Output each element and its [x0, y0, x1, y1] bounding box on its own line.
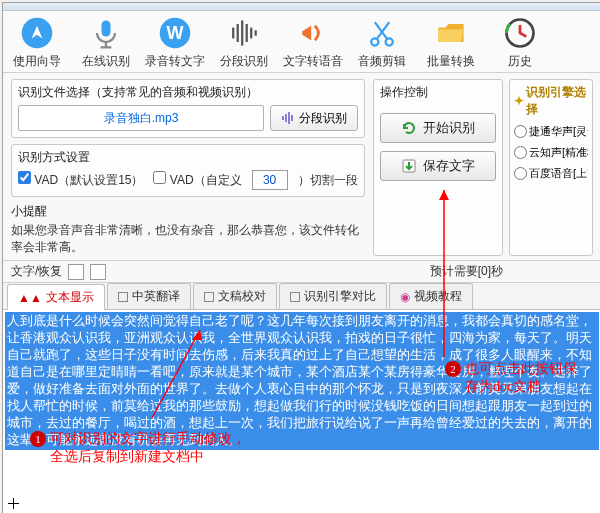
- toolbar-nav[interactable]: 使用向导: [9, 15, 64, 70]
- window-titlebar: [3, 3, 600, 11]
- clock-icon: [502, 15, 538, 51]
- tab-text-display[interactable]: ▲▲文本显示: [7, 284, 105, 310]
- toolbar-history[interactable]: 历史: [492, 15, 547, 70]
- mode-panel: 识别方式设置 VAD（默认设置15） VAD（自定义 ）切割一段: [11, 144, 365, 197]
- svg-text:W: W: [166, 23, 183, 43]
- nav-icon: [19, 15, 55, 51]
- toolbar-segment[interactable]: 分段识别: [216, 15, 271, 70]
- toolbar-online[interactable]: 在线识别: [78, 15, 133, 70]
- folder-icon: [433, 15, 469, 51]
- svg-rect-1: [101, 20, 110, 36]
- megaphone-icon: [295, 15, 331, 51]
- toolbar-label: 文字转语音: [283, 53, 343, 70]
- vad-custom-value[interactable]: [252, 170, 288, 190]
- control-panel-title: 操作控制: [380, 84, 496, 101]
- cursor-crosshair: [8, 498, 19, 509]
- tab-video-tutorial[interactable]: ◉视频教程: [389, 283, 473, 309]
- engine-opt-1[interactable]: 云知声[精准稳定: [514, 145, 588, 160]
- toolbar-audioedit[interactable]: 音频剪辑: [354, 15, 409, 70]
- toolbar-label: 音频剪辑: [358, 53, 406, 70]
- tip-title: 小提醒: [11, 203, 365, 220]
- main-toolbar: 使用向导 在线识别 W 录音转文字 分段识别 文字转语音 音频剪辑 批量转换 历: [3, 11, 600, 73]
- file-select-panel: 识别文件选择（支持常见的音频和视频识别） 录音独白.mp3 分段识别: [11, 79, 365, 138]
- save-icon: [401, 158, 417, 174]
- tab-proofread[interactable]: 文稿校对: [193, 283, 277, 309]
- waveform-small-icon: [281, 111, 295, 125]
- toolbar-label: 批量转换: [427, 53, 475, 70]
- segment-button-label: 分段识别: [299, 110, 347, 127]
- toolbar-label: 在线识别: [82, 53, 130, 70]
- tab-engine-compare[interactable]: 识别引擎对比: [279, 283, 387, 309]
- file-panel-title: 识别文件选择（支持常见的音频和视频识别）: [18, 84, 358, 101]
- status-left-label: 文字/恢复: [11, 263, 62, 280]
- tab-translate[interactable]: 中英翻译: [107, 283, 191, 309]
- engine-title: ✦识别引擎选择: [514, 84, 588, 118]
- engine-opt-2[interactable]: 百度语音[上市集: [514, 166, 588, 181]
- tip-panel: 小提醒 如果您录音声音非常清晰，也没有杂音，那么恭喜您，该文件转化率会非常高。: [11, 203, 365, 256]
- tab-strip: ▲▲文本显示 中英翻译 文稿校对 识别引擎对比 ◉视频教程: [3, 283, 600, 310]
- status-right: 预计需要[0]秒: [430, 263, 503, 280]
- engine-panel: ✦识别引擎选择 捷通华声[灵云识 云知声[精准稳定 百度语音[上市集: [509, 79, 593, 256]
- vad-default-checkbox[interactable]: VAD（默认设置15）: [18, 171, 143, 189]
- engine-opt-0[interactable]: 捷通华声[灵云识: [514, 124, 588, 139]
- toolbar-label: 分段识别: [220, 53, 268, 70]
- text-content-area[interactable]: 人到底是什么时候会突然间觉得自己老了呢？这几年每次接到朋友离开的消息，我都会真切…: [3, 310, 600, 513]
- toolbar-rec2text[interactable]: W 录音转文字: [147, 15, 202, 70]
- status-row: 文字/恢复 预计需要[0]秒: [3, 261, 600, 283]
- selected-file[interactable]: 录音独白.mp3: [18, 105, 264, 131]
- control-panel: 操作控制 开始识别 保存文字: [373, 79, 503, 256]
- toolbar-text2voice[interactable]: 文字转语音: [285, 15, 340, 70]
- save-label: 保存文字: [423, 157, 475, 175]
- word-icon: W: [157, 15, 193, 51]
- toolbar-batch[interactable]: 批量转换: [423, 15, 478, 70]
- toolbar-label: 使用向导: [13, 53, 61, 70]
- undo-button[interactable]: [68, 264, 84, 280]
- save-text-button[interactable]: 保存文字: [380, 151, 496, 181]
- toolbar-label: 历史: [508, 53, 532, 70]
- refresh-icon: [401, 120, 417, 136]
- toolbar-label: 录音转文字: [145, 53, 205, 70]
- mic-icon: [88, 15, 124, 51]
- vad-custom-checkbox[interactable]: VAD（自定义: [153, 171, 241, 189]
- start-recognize-button[interactable]: 开始识别: [380, 113, 496, 143]
- start-label: 开始识别: [423, 119, 475, 137]
- redo-button[interactable]: [90, 264, 106, 280]
- waveform-icon: [226, 15, 262, 51]
- tip-body: 如果您录音声音非常清晰，也没有杂音，那么恭喜您，该文件转化率会非常高。: [11, 222, 365, 256]
- recognized-text[interactable]: 人到底是什么时候会突然间觉得自己老了呢？这几年每次接到朋友离开的消息，我都会真切…: [5, 312, 599, 450]
- mode-panel-title: 识别方式设置: [18, 149, 358, 166]
- vad-custom-suffix: ）切割一段: [298, 172, 358, 189]
- scissors-icon: [364, 15, 400, 51]
- segment-button[interactable]: 分段识别: [270, 105, 358, 131]
